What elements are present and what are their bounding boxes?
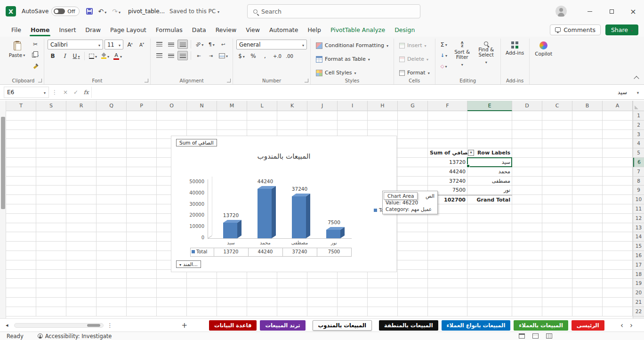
row-header-17[interactable]: 17 (633, 260, 644, 270)
font-size-combo[interactable]: 11 (105, 40, 123, 49)
minimize-button[interactable] (579, 0, 601, 23)
column-header-N[interactable]: N (187, 101, 217, 111)
accounting-format-button[interactable]: $ (236, 51, 247, 61)
pivot-row-value[interactable]: 44240 (428, 167, 467, 177)
row-header-12[interactable]: 12 (633, 214, 644, 223)
pivot-row-value[interactable]: 13720 (428, 158, 467, 167)
column-header-D[interactable]: D (512, 101, 542, 111)
name-box-dropdown-icon[interactable] (44, 89, 46, 96)
row-header-8[interactable]: 8 (633, 177, 644, 186)
row-header-11[interactable]: 11 (633, 204, 644, 214)
ribbon-tab-draw[interactable]: Draw (80, 23, 105, 37)
row-header-22[interactable]: 22 (633, 307, 644, 316)
addins-button[interactable]: Add-ins (504, 40, 526, 57)
column-header-A[interactable]: A (603, 101, 633, 111)
cut-button[interactable] (30, 40, 40, 49)
top-align-button[interactable] (154, 40, 164, 49)
page-break-view-button[interactable] (546, 333, 552, 339)
row-labels-filter-icon[interactable]: ▾ (468, 150, 474, 156)
save-icon[interactable] (86, 8, 93, 15)
column-header-B[interactable]: B (572, 101, 603, 111)
ribbon-tab-help[interactable]: Help (303, 23, 326, 37)
accessibility-check[interactable]: Accessibility: Investigate (38, 333, 112, 340)
pivot-row-label[interactable]: محمد (467, 167, 512, 177)
bottom-align-button[interactable] (177, 40, 188, 49)
enter-icon[interactable] (71, 89, 81, 96)
row-header-1[interactable]: 1 (633, 111, 644, 121)
chart-bar[interactable] (223, 223, 242, 238)
find-select-button[interactable]: Find & Select (475, 40, 497, 71)
insert-function-icon[interactable]: fx (81, 89, 91, 96)
row-header-18[interactable]: 18 (633, 270, 644, 279)
column-header-P[interactable]: P (127, 101, 157, 111)
font-dialog-launcher-icon[interactable] (145, 79, 148, 82)
pivot-grand-total-label[interactable]: Grand Total (467, 195, 512, 204)
share-button[interactable]: Share (605, 24, 638, 35)
pivot-row-label[interactable]: مصطفى (467, 177, 512, 186)
normal-view-button[interactable] (519, 333, 525, 339)
row-header-14[interactable]: 14 (633, 232, 644, 242)
vertical-scrollbar-thumb[interactable] (1, 117, 5, 209)
percent-style-button[interactable]: % (248, 51, 258, 61)
maximize-button[interactable] (601, 0, 622, 23)
decrease-decimal-button[interactable]: .00 (284, 51, 295, 61)
close-button[interactable] (622, 0, 644, 23)
select-all-corner[interactable] (633, 101, 644, 111)
format-painter-button[interactable] (30, 61, 40, 71)
ribbon-tab-formulas[interactable]: Formulas (151, 23, 187, 37)
number-dialog-launcher-icon[interactable] (305, 79, 308, 82)
row-header-19[interactable]: 19 (633, 279, 644, 288)
format-cells-button[interactable]: Format (397, 67, 432, 79)
decrease-font-size-button[interactable] (137, 40, 147, 49)
autosave-toggle[interactable]: Off (51, 7, 79, 16)
copy-button[interactable] (30, 50, 40, 60)
pivot-row-label[interactable]: سيد (467, 158, 512, 167)
merge-center-button[interactable] (217, 51, 229, 60)
pivot-chart[interactable]: Sum of الصافي المبيعات بالمندوب 01000020… (171, 136, 397, 272)
font-color-button[interactable]: A (112, 51, 123, 61)
chart-bar[interactable] (258, 189, 276, 238)
row-header-10[interactable]: 10 (633, 195, 644, 204)
underline-button[interactable]: U (71, 51, 81, 61)
column-header-L[interactable]: L (247, 101, 277, 111)
column-header-H[interactable]: H (368, 101, 398, 111)
increase-decimal-button[interactable]: +.0 (272, 51, 283, 61)
bold-button[interactable]: B (48, 51, 58, 61)
column-header-K[interactable]: K (277, 101, 307, 111)
copilot-button[interactable]: Copilot (533, 40, 555, 58)
borders-button[interactable] (88, 51, 98, 61)
horizontal-scrollbar-thumb[interactable] (87, 324, 100, 327)
alignment-dialog-launcher-icon[interactable] (227, 79, 231, 82)
italic-button[interactable]: I (59, 51, 70, 61)
ribbon-tab-insert[interactable]: Insert (54, 23, 80, 37)
column-header-T[interactable]: T (6, 101, 36, 111)
row-header-3[interactable]: 3 (633, 130, 644, 139)
pivot-row-value[interactable]: 37240 (428, 177, 467, 186)
comments-button[interactable]: Comments (550, 24, 601, 35)
grid-body[interactable]: Sum of الصافي المبيعات بالمندوب 01000020… (6, 111, 633, 316)
column-header-J[interactable]: J (307, 101, 338, 111)
row-header-20[interactable]: 20 (633, 288, 644, 298)
row-header-21[interactable]: 21 (633, 298, 644, 307)
column-header-C[interactable]: C (542, 101, 572, 111)
column-header-E[interactable]: E (467, 101, 512, 111)
fill-color-button[interactable] (100, 51, 111, 61)
cell-styles-button[interactable]: Cell Styles (314, 67, 390, 79)
increase-font-size-button[interactable] (125, 40, 135, 49)
row-header-9[interactable]: 9 (633, 186, 644, 195)
new-sheet-button[interactable] (182, 321, 188, 330)
row-header-6[interactable]: 6 (633, 158, 644, 167)
sheet-tab-2[interactable]: ترند المبيعات (260, 320, 305, 331)
paste-button[interactable]: Paste (6, 40, 28, 71)
autosum-button[interactable]: Σ (439, 40, 449, 49)
axis-field-dropdown-icon[interactable] (179, 261, 181, 267)
insert-cells-button[interactable]: Insert (397, 40, 432, 51)
ribbon-tab-home[interactable]: Home (26, 23, 55, 37)
paste-dropdown-icon[interactable] (23, 52, 25, 58)
tab-scroll-prev-icon[interactable] (620, 321, 623, 330)
align-left-button[interactable] (154, 51, 164, 60)
clipboard-dialog-launcher-icon[interactable] (38, 79, 42, 82)
sheet-tab-6[interactable]: المبيعات بالعملاء (514, 320, 568, 331)
undo-button[interactable] (98, 8, 107, 15)
pivot-row-label[interactable]: نور (467, 186, 512, 195)
